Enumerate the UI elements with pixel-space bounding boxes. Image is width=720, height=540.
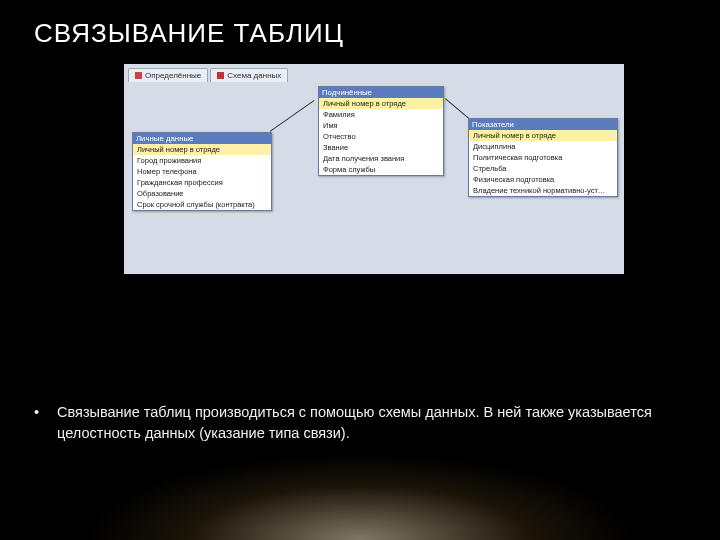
- table-row: Город проживания: [133, 155, 271, 166]
- spotlight-glow: [0, 450, 720, 540]
- table-subordinates[interactable]: Подчинённые Личный номер в отряде Фамили…: [318, 86, 444, 176]
- table-row: Фамилия: [319, 109, 443, 120]
- table-row: Политическая подготовка: [469, 152, 617, 163]
- table-row: Стрельба: [469, 163, 617, 174]
- bullet-text: Связывание таблиц производиться с помощь…: [57, 402, 680, 444]
- table-row-pk: Личный номер в отряде: [319, 98, 443, 109]
- table-row: Гражданская профессия: [133, 177, 271, 188]
- table-row: Владение техникой нормативно-уст…: [469, 185, 617, 196]
- table-row: Имя: [319, 120, 443, 131]
- table-header: Подчинённые: [319, 87, 443, 98]
- table-row: Звание: [319, 142, 443, 153]
- tab-label: Схема данных: [227, 71, 281, 80]
- table-row: Физическая подготовка: [469, 174, 617, 185]
- bullet-item: • Связывание таблиц производиться с помо…: [34, 402, 680, 444]
- table-personal-data[interactable]: Личные данные Личный номер в отряде Горо…: [132, 132, 272, 211]
- tab-bar: Определённые Схема данных: [128, 68, 288, 82]
- schema-workspace: Личные данные Личный номер в отряде Горо…: [128, 86, 620, 232]
- table-row: Отчество: [319, 131, 443, 142]
- table-row-pk: Личный номер в отряде: [133, 144, 271, 155]
- slide-title: СВЯЗЫВАНИЕ ТАБЛИЦ: [34, 18, 344, 49]
- table-row-pk: Личный номер в отряде: [469, 130, 617, 141]
- table-indicators[interactable]: Показатели Личный номер в отряде Дисципл…: [468, 118, 618, 197]
- schema-icon: [217, 72, 224, 79]
- table-row: Срок срочной службы (контракта): [133, 199, 271, 210]
- table-icon: [135, 72, 142, 79]
- table-row: Дата получения звания: [319, 153, 443, 164]
- table-row: Образование: [133, 188, 271, 199]
- table-row: Дисциплина: [469, 141, 617, 152]
- table-header: Личные данные: [133, 133, 271, 144]
- schema-screenshot: Определённые Схема данных Личные данные …: [124, 64, 624, 274]
- tab-label: Определённые: [145, 71, 201, 80]
- bullet-marker: •: [34, 402, 39, 444]
- tab-defined[interactable]: Определённые: [128, 68, 208, 82]
- table-header: Показатели: [469, 119, 617, 130]
- table-row: Форма службы: [319, 164, 443, 175]
- relation-line: [270, 100, 315, 132]
- table-row: Номер телефона: [133, 166, 271, 177]
- tab-schema[interactable]: Схема данных: [210, 68, 288, 82]
